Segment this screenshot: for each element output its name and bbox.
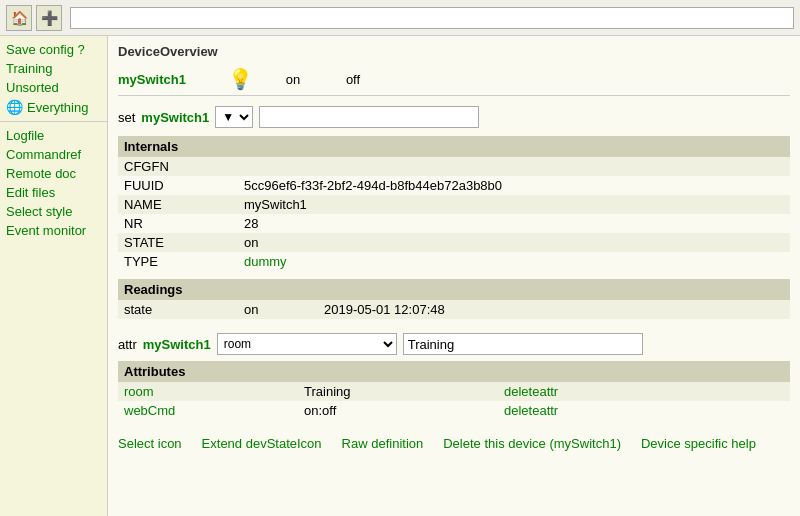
table-row: STATE on bbox=[118, 233, 790, 252]
val-state: on bbox=[238, 233, 790, 252]
val-nr: 28 bbox=[238, 214, 790, 233]
deleteattr-webcmd[interactable]: deleteattr bbox=[498, 401, 790, 420]
attributes-table: room Training deleteattr webCmd on:off d… bbox=[118, 382, 790, 420]
attr-val-room: Training bbox=[298, 382, 498, 401]
reading-key-state: state bbox=[118, 300, 238, 319]
extend-devstateicon-link[interactable]: Extend devStateIcon bbox=[202, 436, 322, 451]
key-nr: NR bbox=[118, 214, 238, 233]
set-select[interactable]: ▼ bbox=[215, 106, 253, 128]
bulb-icon: 💡 bbox=[228, 67, 253, 91]
table-row: TYPE dummy bbox=[118, 252, 790, 271]
table-row: webCmd on:off deleteattr bbox=[118, 401, 790, 420]
reading-val1-state: on bbox=[238, 300, 318, 319]
sidebar-item-select-style[interactable]: Select style bbox=[0, 202, 107, 221]
internals-header: Internals bbox=[118, 136, 790, 157]
table-row: room Training deleteattr bbox=[118, 382, 790, 401]
commandref-label: Commandref bbox=[6, 147, 81, 162]
sidebar-item-event-monitor[interactable]: Event monitor bbox=[0, 221, 107, 240]
table-row: state on 2019-05-01 12:07:48 bbox=[118, 300, 790, 319]
sidebar-item-everything[interactable]: 🌐 Everything bbox=[0, 97, 107, 117]
globe-icon: 🌐 bbox=[6, 99, 23, 115]
key-name: NAME bbox=[118, 195, 238, 214]
event-monitor-label: Event monitor bbox=[6, 223, 86, 238]
sidebar-item-save-config[interactable]: Save config ? bbox=[0, 40, 107, 59]
attr-select[interactable]: room bbox=[217, 333, 397, 355]
attr-row: attr mySwitch1 room bbox=[118, 327, 790, 361]
delete-device-link[interactable]: Delete this device (mySwitch1) bbox=[443, 436, 621, 451]
add-icon[interactable]: ➕ bbox=[36, 5, 62, 31]
device-state-off[interactable]: off bbox=[333, 72, 373, 87]
internals-table: CFGFN FUUID 5cc96ef6-f33f-2bf2-494d-b8fb… bbox=[118, 157, 790, 271]
attr-val-webcmd: on:off bbox=[298, 401, 498, 420]
val-fuuid: 5cc96ef6-f33f-2bf2-494d-b8fb44eb72a3b8b0 bbox=[238, 176, 790, 195]
table-row: NAME mySwitch1 bbox=[118, 195, 790, 214]
logfile-label: Logfile bbox=[6, 128, 44, 143]
top-bar: 🏠 ➕ bbox=[0, 0, 800, 36]
table-row: NR 28 bbox=[118, 214, 790, 233]
reading-val2-state: 2019-05-01 12:07:48 bbox=[318, 300, 790, 319]
attr-key-webcmd[interactable]: webCmd bbox=[118, 401, 298, 420]
device-row: mySwitch1 💡 on off bbox=[118, 63, 790, 96]
set-device-name: mySwitch1 bbox=[141, 110, 209, 125]
unsorted-label: Unsorted bbox=[6, 80, 59, 95]
training-label: Training bbox=[6, 61, 52, 76]
attr-value-input[interactable] bbox=[403, 333, 643, 355]
val-type[interactable]: dummy bbox=[238, 252, 790, 271]
home-icon[interactable]: 🏠 bbox=[6, 5, 32, 31]
table-row: FUUID 5cc96ef6-f33f-2bf2-494d-b8fb44eb72… bbox=[118, 176, 790, 195]
sidebar-item-logfile[interactable]: Logfile bbox=[0, 126, 107, 145]
attributes-header: Attributes bbox=[118, 361, 790, 382]
deleteattr-room[interactable]: deleteattr bbox=[498, 382, 790, 401]
edit-files-label: Edit files bbox=[6, 185, 55, 200]
attr-device-name: mySwitch1 bbox=[143, 337, 211, 352]
val-cfgfn bbox=[238, 157, 790, 176]
search-input[interactable] bbox=[70, 7, 794, 29]
main-layout: Save config ? Training Unsorted 🌐 Everyt… bbox=[0, 36, 800, 516]
select-icon-link[interactable]: Select icon bbox=[118, 436, 182, 451]
readings-header: Readings bbox=[118, 279, 790, 300]
set-input[interactable] bbox=[259, 106, 479, 128]
content-area: DeviceOverview mySwitch1 💡 on off set my… bbox=[108, 36, 800, 516]
readings-table: state on 2019-05-01 12:07:48 bbox=[118, 300, 790, 319]
attr-key-room[interactable]: room bbox=[118, 382, 298, 401]
top-bar-icons: 🏠 ➕ bbox=[6, 5, 62, 31]
raw-definition-link[interactable]: Raw definition bbox=[342, 436, 424, 451]
set-row: set mySwitch1 ▼ bbox=[118, 102, 790, 136]
key-fuuid: FUUID bbox=[118, 176, 238, 195]
attr-label: attr bbox=[118, 337, 137, 352]
device-name[interactable]: mySwitch1 bbox=[118, 72, 208, 87]
sidebar-item-remote-doc[interactable]: Remote doc bbox=[0, 164, 107, 183]
key-type: TYPE bbox=[118, 252, 238, 271]
sidebar-divider bbox=[0, 121, 107, 122]
remote-doc-label: Remote doc bbox=[6, 166, 76, 181]
sidebar: Save config ? Training Unsorted 🌐 Everyt… bbox=[0, 36, 108, 516]
sidebar-item-unsorted[interactable]: Unsorted bbox=[0, 78, 107, 97]
table-row: CFGFN bbox=[118, 157, 790, 176]
key-cfgfn: CFGFN bbox=[118, 157, 238, 176]
device-state-on[interactable]: on bbox=[273, 72, 313, 87]
everything-label: Everything bbox=[27, 100, 88, 115]
sidebar-item-training[interactable]: Training bbox=[0, 59, 107, 78]
footer-links: Select icon Extend devStateIcon Raw defi… bbox=[118, 428, 790, 455]
section-title: DeviceOverview bbox=[118, 42, 790, 63]
select-style-label: Select style bbox=[6, 204, 72, 219]
sidebar-item-commandref[interactable]: Commandref bbox=[0, 145, 107, 164]
sidebar-item-edit-files[interactable]: Edit files bbox=[0, 183, 107, 202]
set-label: set bbox=[118, 110, 135, 125]
val-name: mySwitch1 bbox=[238, 195, 790, 214]
device-specific-help-link[interactable]: Device specific help bbox=[641, 436, 756, 451]
key-state: STATE bbox=[118, 233, 238, 252]
save-config-label: Save config ? bbox=[6, 42, 85, 57]
